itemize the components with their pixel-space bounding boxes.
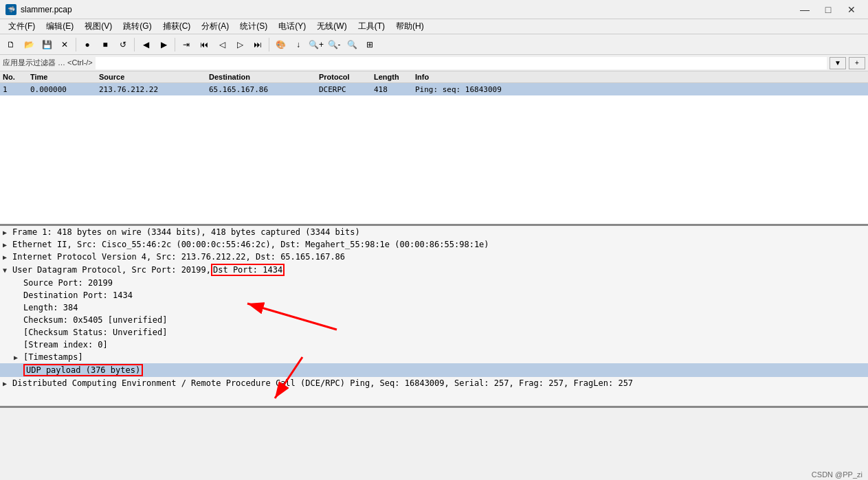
expand-icon: ▶ xyxy=(3,229,11,236)
detail-checksum-status[interactable]: [Checksum Status: Unverified] xyxy=(0,326,868,339)
toolbar-sep3 xyxy=(175,38,175,52)
title-bar: 🦈 slammer.pcap — □ ✕ xyxy=(0,0,868,19)
detail-dst-port[interactable]: Destination Port: 1434 xyxy=(0,289,868,301)
menu-go[interactable]: 跳转(G) xyxy=(118,19,157,34)
detail-src-port-text: Source Port: 20199 xyxy=(23,278,113,288)
detail-timestamps-text: [Timestamps] xyxy=(23,352,83,362)
detail-checksum[interactable]: Checksum: 0x5405 [unverified] xyxy=(0,314,868,326)
packet-list-header: No. Time Source Destination Protocol Len… xyxy=(0,71,868,83)
expand-icon: ▶ xyxy=(3,253,11,261)
detail-ip-text: Internet Protocol Version 4, Src: 213.76… xyxy=(12,252,345,262)
col-header-source: Source xyxy=(96,73,206,81)
menu-tools[interactable]: 工具(T) xyxy=(353,19,390,34)
detail-checksum-text: Checksum: 0x5405 [unverified] xyxy=(23,315,168,325)
detail-checksum-status-text: [Checksum Status: Unverified] xyxy=(23,328,168,337)
toolbar-save[interactable]: 💾 xyxy=(38,36,55,53)
toolbar-back[interactable]: ◀ xyxy=(137,36,154,53)
detail-frame[interactable]: ▶ Frame 1: 418 bytes on wire (3344 bits)… xyxy=(0,226,868,238)
detail-stream-index-text: [Stream index: 0] xyxy=(23,340,108,350)
detail-length[interactable]: Length: 384 xyxy=(0,301,868,314)
toolbar-first[interactable]: ⏮ xyxy=(196,36,212,53)
toolbar-resize[interactable]: ⊞ xyxy=(361,36,378,53)
menu-capture[interactable]: 捕获(C) xyxy=(157,19,197,34)
menu-stats[interactable]: 统计(S) xyxy=(234,19,273,34)
toolbar-zoom-reset[interactable]: 🔍 xyxy=(344,36,360,53)
filter-input[interactable] xyxy=(96,57,827,69)
filter-label: 应用显示过滤器 … <Ctrl-/> xyxy=(3,58,93,68)
packet-source: 213.76.212.22 xyxy=(96,85,206,94)
menu-view[interactable]: 视图(V) xyxy=(79,19,118,34)
window-title: slammer.pcap xyxy=(21,5,794,14)
packet-length: 418 xyxy=(371,85,412,94)
detail-dcerpc-text: Distributed Computing Environment / Remo… xyxy=(12,378,633,388)
col-header-time: Time xyxy=(27,73,96,81)
menu-help[interactable]: 帮助(H) xyxy=(390,19,430,34)
packet-destination: 65.165.167.86 xyxy=(206,85,316,94)
toolbar-start-capture[interactable]: ● xyxy=(79,36,96,53)
menu-edit[interactable]: 编辑(E) xyxy=(41,19,79,34)
col-header-protocol: Protocol xyxy=(316,73,371,81)
toolbar-sep1 xyxy=(76,38,76,52)
detail-frame-text: Frame 1: 418 bytes on wire (3344 bits), … xyxy=(12,227,360,237)
packet-time: 0.000000 xyxy=(27,85,96,94)
detail-ethernet-text: Ethernet II, Src: Cisco_55:46:2c (00:00:… xyxy=(12,240,489,249)
filter-bar: 应用显示过滤器 … <Ctrl-/> ▼ + xyxy=(0,55,868,71)
window-controls: — □ ✕ xyxy=(794,3,863,16)
packet-info: Ping: seq: 16843009 xyxy=(412,85,868,94)
toolbar-zoom-out[interactable]: 🔍- xyxy=(326,36,342,53)
toolbar-colorize[interactable]: 🎨 xyxy=(272,36,289,53)
menu-bar: 文件(F) 编辑(E) 视图(V) 跳转(G) 捕获(C) 分析(A) 统计(S… xyxy=(0,19,868,34)
filter-add[interactable]: + xyxy=(849,57,865,69)
status-text: CSDN @PP_zi xyxy=(812,470,863,479)
detail-stream-index[interactable]: [Stream index: 0] xyxy=(0,339,868,351)
maximize-button[interactable]: □ xyxy=(817,3,839,16)
expand-icon: ▶ xyxy=(3,380,11,387)
menu-wireless[interactable]: 无线(W) xyxy=(311,19,352,34)
detail-ethernet[interactable]: ▶ Ethernet II, Src: Cisco_55:46:2c (00:0… xyxy=(0,238,868,251)
dst-port-annotated: Dst Port: 1434 xyxy=(211,264,285,276)
close-button[interactable]: ✕ xyxy=(841,3,863,16)
detail-src-port[interactable]: Source Port: 20199 xyxy=(0,277,868,289)
toolbar-sep2 xyxy=(134,38,135,52)
detail-udp-payload[interactable]: UDP payload (376 bytes) xyxy=(0,363,868,377)
menu-file[interactable]: 文件(F) xyxy=(3,19,41,34)
detail-timestamps[interactable]: ▶ [Timestamps] xyxy=(0,351,868,363)
detail-udp[interactable]: ▼ User Datagram Protocol, Src Port: 2019… xyxy=(0,263,868,277)
toolbar-autoscroll[interactable]: ↓ xyxy=(290,36,307,53)
toolbar-restart[interactable]: ↺ xyxy=(115,36,131,53)
app-icon: 🦈 xyxy=(5,4,16,15)
menu-analyze[interactable]: 分析(A) xyxy=(196,19,234,34)
detail-length-text: Length: 384 xyxy=(23,303,78,312)
col-header-length: Length xyxy=(371,73,412,81)
detail-ip[interactable]: ▶ Internet Protocol Version 4, Src: 213.… xyxy=(0,251,868,263)
toolbar-prev[interactable]: ◁ xyxy=(214,36,230,53)
menu-telephony[interactable]: 电话(Y) xyxy=(273,19,311,34)
packet-list[interactable]: No. Time Source Destination Protocol Len… xyxy=(0,71,868,226)
toolbar-close[interactable]: ✕ xyxy=(56,36,73,53)
toolbar-sep4 xyxy=(269,38,269,52)
detail-panel[interactable]: ▶ Frame 1: 418 bytes on wire (3344 bits)… xyxy=(0,226,868,408)
minimize-button[interactable]: — xyxy=(794,3,816,16)
filter-dropdown[interactable]: ▼ xyxy=(830,57,846,69)
toolbar: 🗋 📂 💾 ✕ ● ■ ↺ ◀ ▶ ⇥ ⏮ ◁ ▷ ⏭ 🎨 ↓ 🔍+ 🔍- 🔍 … xyxy=(0,34,868,55)
udp-payload-annotated: UDP payload (376 bytes) xyxy=(23,364,143,376)
detail-udp-text-pre: User Datagram Protocol, Src Port: 20199, xyxy=(12,265,211,275)
status-bar: CSDN @PP_zi xyxy=(806,469,868,480)
col-header-no: No. xyxy=(0,73,27,81)
toolbar-open[interactable]: 📂 xyxy=(21,36,37,53)
toolbar-next[interactable]: ▷ xyxy=(232,36,248,53)
toolbar-new[interactable]: 🗋 xyxy=(3,36,19,53)
toolbar-forward[interactable]: ▶ xyxy=(155,36,172,53)
expand-icon: ▶ xyxy=(3,241,11,249)
packet-no: 1 xyxy=(0,85,27,94)
toolbar-last[interactable]: ⏭ xyxy=(249,36,266,53)
toolbar-goto[interactable]: ⇥ xyxy=(178,36,194,53)
col-header-destination: Destination xyxy=(206,73,316,81)
col-header-info: Info xyxy=(412,73,868,81)
toolbar-zoom-in[interactable]: 🔍+ xyxy=(308,36,324,53)
toolbar-stop-capture[interactable]: ■ xyxy=(97,36,113,53)
packet-protocol: DCERPC xyxy=(316,85,371,94)
detail-dcerpc[interactable]: ▶ Distributed Computing Environment / Re… xyxy=(0,377,868,389)
table-row[interactable]: 1 0.000000 213.76.212.22 65.165.167.86 D… xyxy=(0,83,868,95)
expand-icon: ▼ xyxy=(3,266,11,274)
